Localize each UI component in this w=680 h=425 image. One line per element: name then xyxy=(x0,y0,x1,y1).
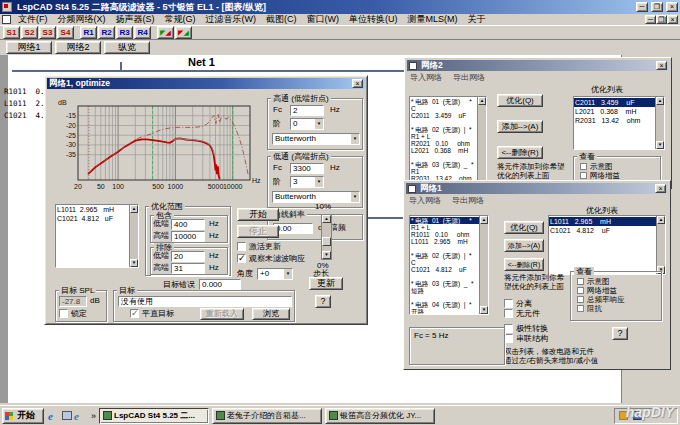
checkbox-icon[interactable]: ✓ xyxy=(130,309,139,318)
speaker-button[interactable]: S1 xyxy=(3,26,20,39)
net2-title-bar[interactable]: 网络2 × xyxy=(407,60,669,71)
net1-circuit-scrollbar[interactable]: ▲ ▼ xyxy=(479,216,488,314)
circuit-row[interactable] xyxy=(410,154,477,161)
browse-button[interactable]: 浏览 xyxy=(252,308,290,320)
step-slider[interactable]: ▲ ▼ xyxy=(321,214,332,260)
help-button[interactable]: ? xyxy=(315,295,331,308)
component-row[interactable]: C1021 4.812 uF xyxy=(56,214,129,223)
optimizer-title-bar[interactable]: 网络1, optimize × xyxy=(47,78,365,89)
circuit-row[interactable]: R1 + L xyxy=(410,133,477,140)
opt-row[interactable]: L1011 2.965 mH xyxy=(549,217,656,226)
quicklaunch-browser-icon[interactable]: e xyxy=(74,410,86,422)
taskbar-task-button[interactable]: 老兔子介绍的音箱基... xyxy=(212,408,322,424)
checkbox-icon[interactable] xyxy=(504,309,513,318)
opt-row[interactable]: R2031 13.42 ohm xyxy=(574,116,655,125)
target-file-field[interactable]: 没有使用 xyxy=(118,296,292,307)
response-button[interactable]: R3 xyxy=(116,26,133,39)
circuit-row[interactable]: R1011 0.10 ohm xyxy=(410,231,479,238)
circuit-row[interactable] xyxy=(410,245,479,252)
circuit-row[interactable]: C1021 4.812 uF xyxy=(410,266,479,273)
scroll-down-icon[interactable]: ▼ xyxy=(130,259,138,267)
activate-update-checkbox[interactable]: 激活更新 xyxy=(237,242,281,252)
optimizer-component-list[interactable]: L1011 2.965 mHC1021 4.812 uF ▲ ▼ xyxy=(55,204,139,268)
net2-circuit-scrollbar[interactable]: ▲ ▼ xyxy=(477,97,486,189)
mdi-restore-button[interactable]: ❐ xyxy=(656,15,667,24)
slider-thumb[interactable] xyxy=(322,237,331,246)
net2-close-icon[interactable]: × xyxy=(656,61,667,70)
net1-import-menu[interactable]: 导入网络 xyxy=(409,196,441,206)
circuit-row[interactable]: * 电路 03 (无源) _ * xyxy=(410,161,477,168)
quicklaunch-desktop-icon[interactable] xyxy=(62,411,72,420)
component-list-scrollbar[interactable]: ▲ ▼ xyxy=(129,205,138,267)
checkbox-icon[interactable] xyxy=(577,278,584,285)
scroll-down-icon[interactable]: ▼ xyxy=(656,141,664,149)
opt-row[interactable]: L2021 0.368 mH xyxy=(574,107,655,116)
net1-remove-button[interactable]: <--删除(R) xyxy=(504,258,544,271)
component-row[interactable]: L1011 2.965 mH xyxy=(56,205,129,214)
scroll-up-icon[interactable]: ▲ xyxy=(478,97,486,105)
include-low-field[interactable]: 400 xyxy=(171,219,205,230)
chevron-down-icon[interactable]: ▼ xyxy=(314,118,324,130)
net1-opt-list[interactable]: L1011 2.965 mHC1021 4.812 uF ▲ ▼ xyxy=(548,215,666,275)
checkbox-icon[interactable] xyxy=(577,296,584,303)
optimizer-close-icon[interactable]: × xyxy=(352,79,363,88)
opt-row[interactable]: C2011 3.459 uF xyxy=(574,98,655,107)
circuit-row[interactable] xyxy=(410,294,479,301)
hp-fc-field[interactable]: 2 xyxy=(290,105,324,116)
start-button[interactable]: 开始 xyxy=(2,408,44,424)
circuit-row[interactable]: C2011 3.459 uF xyxy=(410,112,477,119)
menu-item[interactable]: 分频网络(X) xyxy=(53,13,111,26)
net1-export-menu[interactable]: 导出网络 xyxy=(452,196,484,206)
chevron-down-icon[interactable]: ▼ xyxy=(350,191,360,203)
menu-item[interactable]: 扬声器(S) xyxy=(111,13,160,26)
view-tab[interactable]: 纵览 xyxy=(104,41,150,54)
exclude-high-field[interactable]: 31 xyxy=(171,263,205,274)
hp-order-select[interactable]: 0▼ xyxy=(290,118,324,130)
maximize-button[interactable]: ❐ xyxy=(651,2,663,12)
flat-target-checkbox[interactable]: ✓平直目标 xyxy=(130,309,174,319)
circuit-row[interactable]: * 电路 01 (无源) * xyxy=(410,217,479,224)
lp-order-select[interactable]: 3▼ xyxy=(290,176,324,188)
menu-item[interactable]: 窗口(W) xyxy=(302,13,345,26)
circuit-row[interactable]: 开路 xyxy=(410,308,479,315)
scroll-up-icon[interactable]: ▲ xyxy=(656,97,664,105)
net1-optimize-button[interactable]: 优化(Q) xyxy=(504,221,544,234)
update-button[interactable]: 更新 xyxy=(309,277,343,290)
circuit-row[interactable]: C xyxy=(410,259,479,266)
angle-select[interactable]: +0▼ xyxy=(257,268,293,280)
view-option[interactable]: 网络增益 xyxy=(580,171,628,180)
menu-item[interactable]: 截图(C) xyxy=(261,13,302,26)
scroll-down-icon[interactable]: ▼ xyxy=(480,306,488,314)
checkbox-icon[interactable] xyxy=(237,242,246,251)
checkbox-icon[interactable]: ✓ xyxy=(237,254,246,263)
checkbox-icon[interactable] xyxy=(577,305,584,312)
circuit-row[interactable]: R2021 0.10 ohm xyxy=(410,140,477,147)
series-structure-checkbox[interactable]: 串联结构 xyxy=(504,334,548,344)
checkbox-icon[interactable] xyxy=(504,334,513,343)
circuit-row[interactable]: * 电路 02 (无源) | * xyxy=(410,126,477,133)
mdi-close-button[interactable]: × xyxy=(667,15,678,24)
net1-circuit-list[interactable]: * 电路 01 (无源) *R1 + LR1011 0.10 ohmL1011 … xyxy=(409,215,489,315)
net2-remove-button[interactable]: <--删除(R) xyxy=(497,146,543,159)
view-option[interactable]: 网络增益 xyxy=(577,286,625,295)
chevron-down-icon[interactable]: ▼ xyxy=(314,176,324,188)
view-tab[interactable]: 网络2 xyxy=(55,41,101,54)
circuit-row[interactable]: R1 + L xyxy=(410,224,479,231)
net1-opt-scrollbar[interactable]: ▲ ▼ xyxy=(656,216,665,274)
scroll-up-icon[interactable]: ▲ xyxy=(130,205,138,213)
net2-opt-list[interactable]: C2011 3.459 uFL2021 0.368 mHR2031 13.42 … xyxy=(573,96,665,150)
response-button[interactable]: R4 xyxy=(134,26,151,39)
scroll-up-icon[interactable]: ▲ xyxy=(657,216,665,224)
net2-optimize-button[interactable]: 优化(Q) xyxy=(497,94,543,107)
chevron-down-icon[interactable]: ▼ xyxy=(283,268,293,280)
circuit-row[interactable]: * 电路 04 (无源) | * xyxy=(410,301,479,308)
circuit-row[interactable]: * 电路 02 (无源) | * xyxy=(410,252,479,259)
hp-type-select[interactable]: Butterworth▼ xyxy=(272,133,360,145)
checkbox-icon[interactable] xyxy=(59,309,68,318)
net2-import-menu[interactable]: 导入网络 xyxy=(410,73,442,83)
menu-item[interactable]: 测量MLS(M) xyxy=(403,13,463,26)
circuit-row[interactable] xyxy=(410,273,479,280)
menu-item[interactable]: 文件(F) xyxy=(13,13,53,26)
net1-title-bar[interactable]: 网络1 × xyxy=(406,183,668,194)
menu-item[interactable]: 单位转换(U) xyxy=(344,13,403,26)
